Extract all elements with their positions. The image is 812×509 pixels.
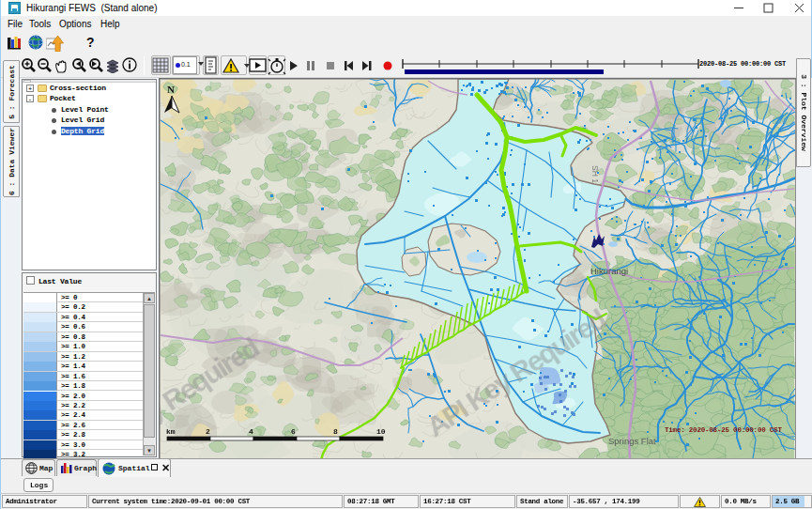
svg-text:2: 2 (206, 427, 210, 436)
svg-text:Hikurangi: Hikurangi (590, 266, 628, 276)
svg-text:Time: 2020-08-25 00:00:00 CST: Time: 2020-08-25 00:00:00 CST (665, 426, 782, 434)
svg-text:6: 6 (291, 427, 296, 436)
svg-text:N: N (167, 84, 175, 95)
svg-text:SH 1: SH 1 (590, 165, 600, 183)
svg-text:4: 4 (249, 427, 253, 436)
svg-text:10: 10 (376, 427, 386, 436)
svg-text:km: km (166, 427, 176, 436)
svg-text:Springs Flat: Springs Flat (608, 436, 656, 446)
svg-text:8: 8 (333, 427, 338, 436)
